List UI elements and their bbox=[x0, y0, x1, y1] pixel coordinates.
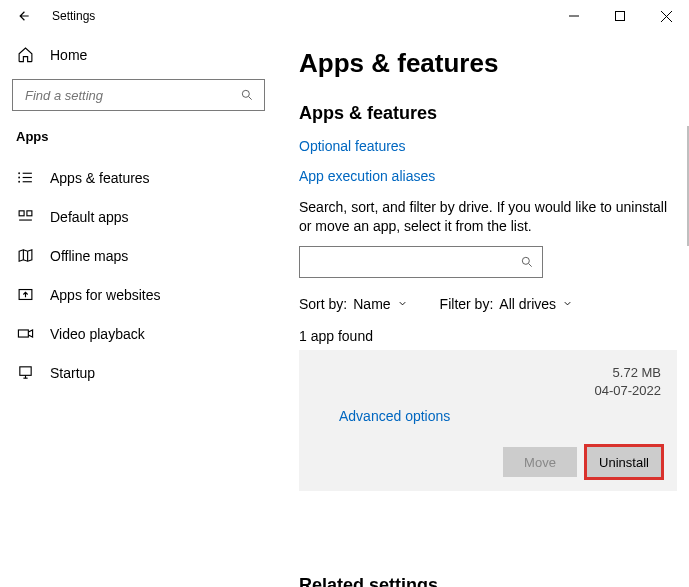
section-heading: Apps & features bbox=[299, 103, 677, 124]
nav-item-label: Apps for websites bbox=[50, 287, 161, 303]
minimize-icon bbox=[569, 11, 579, 21]
svg-rect-13 bbox=[26, 211, 31, 216]
nav-item-label: Offline maps bbox=[50, 248, 128, 264]
filter-label: Filter by: bbox=[440, 296, 494, 312]
nav-startup[interactable]: Startup bbox=[12, 353, 265, 392]
link-optional-features[interactable]: Optional features bbox=[299, 138, 677, 154]
link-advanced-options[interactable]: Advanced options bbox=[339, 408, 450, 424]
arrow-left-icon bbox=[17, 9, 31, 23]
nav-item-label: Video playback bbox=[50, 326, 145, 342]
nav-home-label: Home bbox=[50, 47, 87, 63]
svg-rect-12 bbox=[19, 211, 24, 216]
svg-rect-19 bbox=[19, 367, 30, 376]
svg-rect-1 bbox=[616, 12, 625, 21]
defaults-icon bbox=[16, 208, 34, 225]
sidebar: Home Apps Apps & features Default apps bbox=[0, 32, 277, 587]
app-search-input[interactable] bbox=[308, 253, 520, 270]
svg-point-22 bbox=[522, 257, 529, 264]
app-date: 04-07-2022 bbox=[339, 382, 661, 400]
app-search[interactable] bbox=[299, 246, 543, 278]
chevron-down-icon bbox=[397, 298, 408, 309]
move-button[interactable]: Move bbox=[503, 447, 577, 477]
sort-label: Sort by: bbox=[299, 296, 347, 312]
sort-value: Name bbox=[353, 296, 390, 312]
app-count: 1 app found bbox=[299, 328, 677, 344]
nav-item-label: Default apps bbox=[50, 209, 129, 225]
nav-default-apps[interactable]: Default apps bbox=[12, 197, 265, 236]
app-card[interactable]: 5.72 MB 04-07-2022 Advanced options Move… bbox=[299, 350, 677, 491]
app-size: 5.72 MB bbox=[339, 364, 661, 382]
window-title: Settings bbox=[52, 9, 95, 23]
main-content: Apps & features Apps & features Optional… bbox=[277, 32, 689, 587]
maximize-icon bbox=[615, 11, 625, 21]
filter-by-dropdown[interactable]: Filter by: All drives bbox=[440, 296, 573, 312]
nav-offline-maps[interactable]: Offline maps bbox=[12, 236, 265, 275]
close-button[interactable] bbox=[643, 0, 689, 32]
svg-line-5 bbox=[249, 97, 252, 100]
find-setting-search[interactable] bbox=[12, 79, 265, 111]
nav-item-label: Startup bbox=[50, 365, 95, 381]
search-icon bbox=[520, 255, 534, 269]
sidebar-section-label: Apps bbox=[16, 129, 265, 144]
back-button[interactable] bbox=[14, 9, 34, 23]
titlebar: Settings bbox=[0, 0, 689, 32]
nav-apps-features[interactable]: Apps & features bbox=[12, 158, 265, 197]
nav-apps-websites[interactable]: Apps for websites bbox=[12, 275, 265, 314]
chevron-down-icon bbox=[562, 298, 573, 309]
search-icon bbox=[240, 88, 254, 102]
svg-rect-18 bbox=[18, 330, 28, 337]
description-text: Search, sort, and filter by drive. If yo… bbox=[299, 198, 677, 236]
find-setting-input[interactable] bbox=[23, 87, 240, 104]
nav-video-playback[interactable]: Video playback bbox=[12, 314, 265, 353]
maximize-button[interactable] bbox=[597, 0, 643, 32]
svg-point-4 bbox=[242, 90, 249, 97]
page-title: Apps & features bbox=[299, 48, 677, 79]
home-icon bbox=[16, 46, 34, 63]
svg-line-23 bbox=[529, 264, 532, 267]
link-app-execution-aliases[interactable]: App execution aliases bbox=[299, 168, 677, 184]
close-icon bbox=[661, 11, 672, 22]
startup-icon bbox=[16, 364, 34, 381]
sort-by-dropdown[interactable]: Sort by: Name bbox=[299, 296, 408, 312]
nav-item-label: Apps & features bbox=[50, 170, 150, 186]
uninstall-button[interactable]: Uninstall bbox=[587, 447, 661, 477]
map-icon bbox=[16, 247, 34, 264]
video-icon bbox=[16, 325, 34, 342]
open-icon bbox=[16, 286, 34, 303]
related-settings-heading: Related settings bbox=[299, 575, 677, 587]
nav-home[interactable]: Home bbox=[12, 40, 265, 73]
minimize-button[interactable] bbox=[551, 0, 597, 32]
list-icon bbox=[16, 169, 34, 186]
filter-value: All drives bbox=[499, 296, 556, 312]
